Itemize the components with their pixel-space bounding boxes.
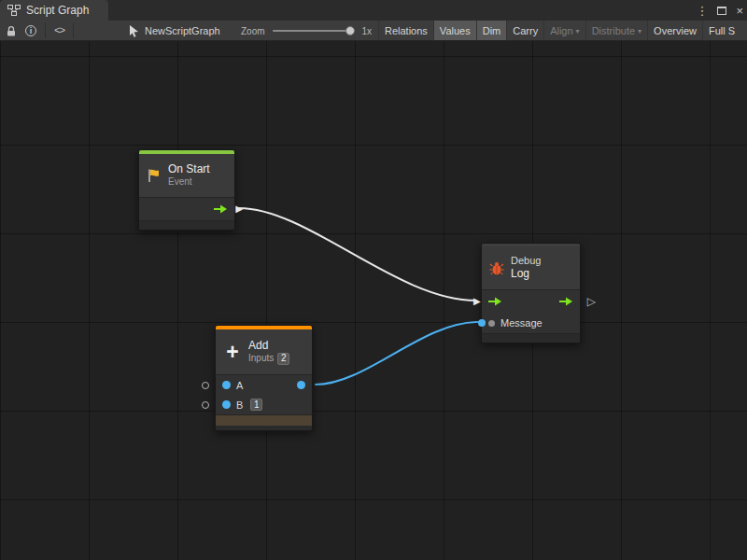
port-b-label: B — [236, 399, 243, 411]
toolbar-button-overview[interactable]: Overview — [647, 21, 702, 41]
graph-asset-icon — [129, 25, 139, 37]
wire-add-to-message[interactable] — [316, 322, 478, 385]
tab-title: Script Graph — [26, 4, 89, 17]
flow-in-arrow-icon[interactable] — [488, 297, 502, 306]
window-titlebar: Script Graph ⋮ × — [0, 0, 747, 21]
port-a-label: A — [236, 380, 243, 391]
maximize-icon[interactable] — [717, 7, 726, 15]
toolbar-separator — [45, 23, 46, 38]
flow-output-target[interactable]: ▷ — [587, 296, 596, 307]
code-icon[interactable]: <> — [54, 25, 64, 36]
message-port-row: Message — [482, 313, 580, 333]
node-subtitle: Event — [168, 176, 210, 189]
port-a-outer-ring[interactable] — [202, 382, 209, 389]
zoom-slider-handle[interactable] — [345, 26, 355, 35]
toolbar-button-carry[interactable]: Carry — [506, 21, 543, 41]
message-connection-point[interactable] — [478, 319, 486, 327]
info-icon[interactable]: i — [25, 25, 36, 36]
plus-icon: + — [223, 343, 242, 361]
chevron-down-icon: ▾ — [576, 27, 580, 35]
flow-out-arrow-icon[interactable] — [559, 297, 573, 306]
graph-toolbar: i <> NewScriptGraph Zoom 1x Relations Va… — [0, 21, 747, 41]
window-controls: ⋮ × — [696, 0, 743, 21]
value-output-port[interactable] — [297, 381, 305, 389]
port-b-outer-ring[interactable] — [202, 401, 209, 409]
flow-output-row: ▶ — [139, 198, 234, 220]
node-footer — [216, 426, 312, 430]
zoom-slider[interactable] — [273, 30, 355, 32]
toolbar-left-group: i <> — [6, 21, 74, 41]
inputs-label: Inputs — [248, 353, 274, 365]
inputs-count-field[interactable]: 2 — [277, 353, 289, 365]
node-header: On Start Event — [139, 154, 234, 197]
toolbar-button-relations[interactable]: Relations — [378, 21, 433, 41]
node-footer — [139, 220, 234, 230]
message-label: Message — [500, 317, 543, 329]
zoom-label: Zoom — [241, 26, 265, 36]
bug-icon — [489, 261, 504, 275]
toolbar-buttons: Relations Values Dim Carry Align ▾ Distr… — [378, 21, 740, 41]
node-on-start[interactable]: On Start Event ▶ — [138, 149, 235, 231]
flow-row: ▶ ▷ — [482, 290, 580, 313]
zoom-value: 1x — [362, 26, 373, 36]
toolbar-separator — [73, 23, 74, 38]
node-add[interactable]: + Add Inputs 2 A B 1 — [215, 325, 313, 431]
graph-canvas[interactable]: On Start Event ▶ + Add Inputs 2 — [0, 41, 747, 560]
node-group-label: Debug — [511, 255, 541, 268]
toolbar-button-fullscreen[interactable]: Full S — [702, 21, 740, 41]
node-title: On Start — [168, 162, 210, 176]
node-title: Log — [511, 267, 541, 281]
lock-icon[interactable] — [6, 25, 17, 37]
flow-output-port[interactable]: ▶ — [235, 204, 243, 214]
flow-input-port[interactable]: ▶ — [473, 297, 481, 306]
graph-name-group: NewScriptGraph — [129, 21, 220, 41]
node-footer — [482, 333, 580, 343]
toolbar-button-dim[interactable]: Dim — [476, 21, 507, 41]
node-footer-accent — [216, 414, 312, 426]
script-graph-icon — [7, 5, 21, 16]
value-port-a[interactable] — [222, 381, 231, 389]
graph-name: NewScriptGraph — [145, 25, 220, 36]
chevron-down-icon: ▾ — [638, 27, 641, 35]
value-port-b[interactable] — [222, 400, 231, 409]
toolbar-button-align[interactable]: Align ▾ — [543, 21, 585, 41]
wire-on-start-to-log[interactable] — [239, 208, 476, 301]
port-b-value-field[interactable]: 1 — [250, 399, 262, 411]
node-header: Debug Log — [482, 246, 580, 289]
zoom-control: Zoom 1x — [241, 21, 372, 41]
toolbar-button-values[interactable]: Values — [433, 21, 476, 41]
menu-icon[interactable]: ⋮ — [696, 4, 708, 18]
port-row-b: B 1 — [216, 395, 312, 414]
flow-arrow-icon[interactable] — [214, 204, 228, 214]
toolbar-button-distribute[interactable]: Distribute ▾ — [585, 21, 647, 41]
port-row-a: A — [216, 375, 312, 395]
node-debug-log[interactable]: Debug Log ▶ ▷ Message — [481, 243, 581, 343]
node-header: + Add Inputs 2 — [216, 329, 312, 374]
flag-icon — [147, 168, 162, 183]
message-port[interactable] — [488, 320, 495, 327]
tab-script-graph[interactable]: Script Graph — [0, 0, 108, 21]
node-title: Add — [248, 339, 289, 353]
close-icon[interactable]: × — [736, 4, 743, 18]
